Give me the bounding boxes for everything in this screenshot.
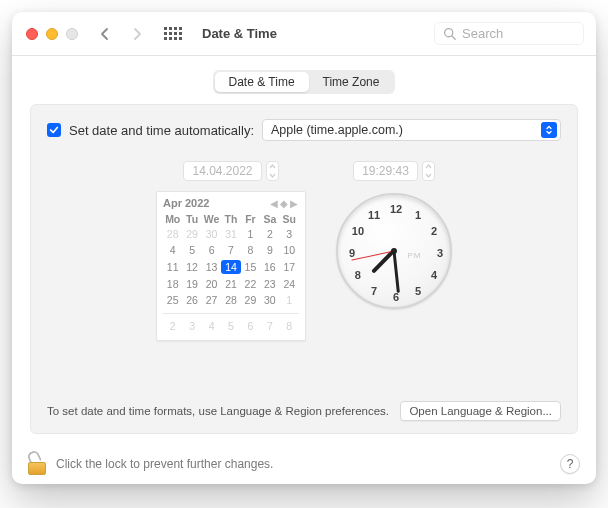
- calendar-day[interactable]: 14: [221, 258, 240, 276]
- back-button[interactable]: [94, 23, 116, 45]
- calendar-weekday-header: We: [202, 212, 221, 226]
- calendar-day[interactable]: 7: [260, 318, 279, 334]
- tab-bar: Date & Time Time Zone: [30, 70, 578, 94]
- calendar-day[interactable]: 30: [202, 226, 221, 242]
- calendar-day[interactable]: 6: [241, 318, 260, 334]
- format-info-row: To set date and time formats, use Langua…: [47, 389, 561, 421]
- date-field: 14.04.2022: [183, 161, 278, 181]
- time-stepper[interactable]: [422, 161, 435, 181]
- tab-date-time[interactable]: Date & Time: [215, 72, 309, 92]
- calendar-day[interactable]: 12: [182, 258, 201, 276]
- calendar-day[interactable]: 5: [221, 318, 240, 334]
- calendar-day[interactable]: 10: [280, 242, 299, 258]
- calendar-weekday-header: Sa: [260, 212, 279, 226]
- calendar-day[interactable]: 26: [182, 292, 201, 308]
- chevron-down-icon: [269, 173, 276, 178]
- calendar-day[interactable]: 2: [163, 318, 182, 334]
- clock-number: 4: [431, 269, 437, 281]
- calendar-day[interactable]: 23: [260, 276, 279, 292]
- calendar-day[interactable]: 22: [241, 276, 260, 292]
- clock-number: 11: [368, 209, 380, 221]
- auto-datetime-row: Set date and time automatically: Apple (…: [47, 119, 561, 141]
- date-stepper[interactable]: [266, 161, 279, 181]
- zoom-window-button: [66, 28, 78, 40]
- calendar-day[interactable]: 28: [163, 226, 182, 242]
- minimize-window-button[interactable]: [46, 28, 58, 40]
- calendar-day[interactable]: 19: [182, 276, 201, 292]
- calendar-day[interactable]: 6: [202, 242, 221, 258]
- calendar-prev-icon[interactable]: ◀: [269, 198, 279, 209]
- date-column: 14.04.2022 Apr 2022 ◀ ◆ ▶: [156, 161, 306, 341]
- search-input[interactable]: [462, 26, 575, 41]
- calendar-weekday-header: Mo: [163, 212, 182, 226]
- calendar-day[interactable]: 9: [260, 242, 279, 258]
- format-info-text: To set date and time formats, use Langua…: [47, 405, 389, 417]
- window-title: Date & Time: [202, 26, 277, 41]
- calendar-day[interactable]: 30: [260, 292, 279, 308]
- calendar-day[interactable]: 31: [221, 226, 240, 242]
- am-pm-label: PM: [407, 251, 421, 260]
- calendar-day[interactable]: 21: [221, 276, 240, 292]
- calendar-grid: MoTuWeThFrSaSu 2829303112345678910111213…: [163, 212, 299, 334]
- clock-number: 10: [352, 225, 364, 237]
- clock-number: 5: [415, 285, 421, 297]
- calendar-day[interactable]: 11: [163, 258, 182, 276]
- time-server-value: Apple (time.apple.com.): [271, 123, 403, 137]
- check-icon: [49, 125, 59, 135]
- calendar-day[interactable]: 29: [182, 226, 201, 242]
- calendar-weekday-header: Tu: [182, 212, 201, 226]
- time-value[interactable]: 19:29:43: [353, 161, 418, 181]
- content-area: Date & Time Time Zone Set date and time …: [12, 56, 596, 444]
- calendar-day[interactable]: 28: [221, 292, 240, 308]
- time-server-dropdown[interactable]: Apple (time.apple.com.): [262, 119, 561, 141]
- lock-icon[interactable]: [28, 453, 46, 475]
- time-column: 19:29:43 PM 12123456789: [336, 161, 452, 341]
- chevron-up-icon: [269, 164, 276, 169]
- calendar-day[interactable]: 7: [221, 242, 240, 258]
- calendar-day[interactable]: 13: [202, 258, 221, 276]
- calendar-day[interactable]: 3: [280, 226, 299, 242]
- settings-panel: Set date and time automatically: Apple (…: [30, 104, 578, 434]
- auto-datetime-label: Set date and time automatically:: [69, 123, 254, 138]
- calendar-day[interactable]: 1: [280, 292, 299, 308]
- calendar-day[interactable]: 25: [163, 292, 182, 308]
- clock-number: 7: [371, 285, 377, 297]
- calendar-day[interactable]: 2: [260, 226, 279, 242]
- calendar-day[interactable]: 16: [260, 258, 279, 276]
- show-all-icon[interactable]: [164, 27, 182, 40]
- calendar-today-icon[interactable]: ◆: [279, 198, 289, 209]
- calendar-day[interactable]: 4: [202, 318, 221, 334]
- clock-center: [391, 248, 397, 254]
- calendar-day[interactable]: 20: [202, 276, 221, 292]
- calendar-day[interactable]: 4: [163, 242, 182, 258]
- calendar-day[interactable]: 29: [241, 292, 260, 308]
- svg-line-1: [452, 36, 455, 39]
- titlebar: Date & Time: [12, 12, 596, 56]
- calendar-day[interactable]: 24: [280, 276, 299, 292]
- calendar-day[interactable]: 8: [280, 318, 299, 334]
- calendar-next-icon[interactable]: ▶: [289, 198, 299, 209]
- date-value[interactable]: 14.04.2022: [183, 161, 261, 181]
- analog-clock: PM 121234567891011: [336, 193, 452, 309]
- help-button[interactable]: ?: [560, 454, 580, 474]
- open-language-region-button[interactable]: Open Language & Region...: [400, 401, 561, 421]
- calendar-day[interactable]: 5: [182, 242, 201, 258]
- calendar-weekday-header: Fr: [241, 212, 260, 226]
- minute-hand: [393, 251, 400, 293]
- calendar-day[interactable]: 15: [241, 258, 260, 276]
- calendar-day[interactable]: 1: [241, 226, 260, 242]
- tab-time-zone[interactable]: Time Zone: [309, 72, 394, 92]
- calendar-month-label: Apr 2022: [163, 197, 209, 209]
- calendar-day[interactable]: 3: [182, 318, 201, 334]
- calendar-weekday-header: Su: [280, 212, 299, 226]
- clock-number: 9: [349, 247, 355, 259]
- chevron-down-icon: [425, 173, 432, 178]
- calendar-day[interactable]: 17: [280, 258, 299, 276]
- calendar-day[interactable]: 18: [163, 276, 182, 292]
- calendar-day[interactable]: 8: [241, 242, 260, 258]
- auto-datetime-checkbox[interactable]: [47, 123, 61, 137]
- calendar-day[interactable]: 27: [202, 292, 221, 308]
- search-field[interactable]: [434, 22, 584, 45]
- footer: Click the lock to prevent further change…: [12, 444, 596, 484]
- close-window-button[interactable]: [26, 28, 38, 40]
